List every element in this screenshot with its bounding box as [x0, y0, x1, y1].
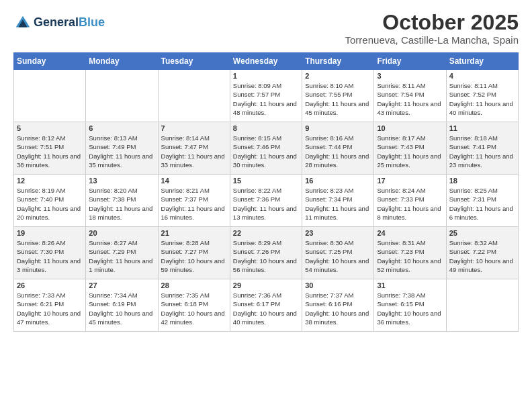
week-row-3: 12Sunrise: 8:19 AM Sunset: 7:40 PM Dayli… [14, 175, 519, 227]
day-number: 8 [233, 124, 299, 132]
day-cell: 10Sunrise: 8:17 AM Sunset: 7:43 PM Dayli… [374, 122, 446, 175]
day-cell: 26Sunrise: 7:33 AM Sunset: 6:21 PM Dayli… [14, 279, 86, 332]
day-number: 12 [17, 177, 83, 185]
day-cell: 15Sunrise: 8:22 AM Sunset: 7:36 PM Dayli… [230, 175, 302, 227]
day-number: 16 [305, 177, 371, 185]
week-row-1: 1Sunrise: 8:09 AM Sunset: 7:57 PM Daylig… [14, 70, 519, 122]
day-number: 1 [233, 72, 299, 80]
day-cell: 31Sunrise: 7:38 AM Sunset: 6:15 PM Dayli… [374, 279, 446, 332]
logo: GeneralBlue [13, 13, 105, 32]
day-cell: 11Sunrise: 8:18 AM Sunset: 7:41 PM Dayli… [446, 122, 518, 175]
day-info: Sunrise: 8:11 AM Sunset: 7:54 PM Dayligh… [377, 81, 443, 117]
day-cell: 13Sunrise: 8:20 AM Sunset: 7:38 PM Dayli… [86, 175, 158, 227]
weekday-header-wednesday: Wednesday [230, 53, 302, 70]
day-info: Sunrise: 8:23 AM Sunset: 7:34 PM Dayligh… [305, 186, 371, 222]
weekday-header-monday: Monday [86, 53, 158, 70]
day-number: 11 [449, 124, 515, 132]
weekday-header-saturday: Saturday [446, 53, 518, 70]
page: GeneralBlue October 2025 Torrenueva, Cas… [0, 0, 532, 411]
day-number: 30 [305, 281, 371, 289]
day-info: Sunrise: 8:24 AM Sunset: 7:33 PM Dayligh… [377, 186, 443, 222]
day-info: Sunrise: 8:13 AM Sunset: 7:49 PM Dayligh… [89, 134, 154, 169]
weekday-header-tuesday: Tuesday [158, 53, 230, 70]
day-info: Sunrise: 8:22 AM Sunset: 7:36 PM Dayligh… [233, 186, 299, 222]
day-number: 5 [17, 124, 83, 132]
day-info: Sunrise: 8:20 AM Sunset: 7:38 PM Dayligh… [89, 186, 154, 222]
day-cell: 25Sunrise: 8:32 AM Sunset: 7:22 PM Dayli… [446, 227, 518, 279]
month-title: October 2025 [345, 11, 519, 34]
day-number: 22 [233, 229, 299, 237]
day-cell [14, 70, 86, 122]
day-info: Sunrise: 8:10 AM Sunset: 7:55 PM Dayligh… [305, 81, 371, 117]
day-cell: 6Sunrise: 8:13 AM Sunset: 7:49 PM Daylig… [86, 122, 158, 175]
header-right: October 2025 Torrenueva, Castille-La Man… [345, 11, 519, 46]
day-info: Sunrise: 8:14 AM Sunset: 7:47 PM Dayligh… [161, 134, 227, 169]
day-info: Sunrise: 8:17 AM Sunset: 7:43 PM Dayligh… [377, 134, 443, 169]
day-info: Sunrise: 8:15 AM Sunset: 7:46 PM Dayligh… [233, 134, 299, 169]
day-cell: 28Sunrise: 7:35 AM Sunset: 6:18 PM Dayli… [158, 279, 230, 332]
day-cell: 9Sunrise: 8:16 AM Sunset: 7:44 PM Daylig… [302, 122, 374, 175]
day-cell: 5Sunrise: 8:12 AM Sunset: 7:51 PM Daylig… [14, 122, 86, 175]
day-cell: 12Sunrise: 8:19 AM Sunset: 7:40 PM Dayli… [14, 175, 86, 227]
day-info: Sunrise: 8:25 AM Sunset: 7:31 PM Dayligh… [449, 186, 515, 222]
day-number: 25 [449, 229, 515, 237]
day-number: 24 [377, 229, 443, 237]
day-cell: 18Sunrise: 8:25 AM Sunset: 7:31 PM Dayli… [446, 175, 518, 227]
day-cell: 4Sunrise: 8:11 AM Sunset: 7:52 PM Daylig… [446, 70, 518, 122]
day-info: Sunrise: 7:38 AM Sunset: 6:15 PM Dayligh… [377, 291, 443, 326]
logo-icon [13, 13, 32, 32]
day-info: Sunrise: 8:19 AM Sunset: 7:40 PM Dayligh… [17, 186, 83, 222]
day-info: Sunrise: 8:11 AM Sunset: 7:52 PM Dayligh… [449, 81, 515, 117]
day-info: Sunrise: 7:33 AM Sunset: 6:21 PM Dayligh… [17, 291, 83, 326]
day-number: 27 [89, 281, 154, 289]
location: Torrenueva, Castille-La Mancha, Spain [345, 34, 519, 46]
day-cell [158, 70, 230, 122]
day-info: Sunrise: 8:21 AM Sunset: 7:37 PM Dayligh… [161, 186, 227, 222]
day-number: 14 [161, 177, 227, 185]
day-cell: 17Sunrise: 8:24 AM Sunset: 7:33 PM Dayli… [374, 175, 446, 227]
day-info: Sunrise: 8:27 AM Sunset: 7:29 PM Dayligh… [89, 238, 154, 274]
day-number: 10 [377, 124, 443, 132]
day-number: 9 [305, 124, 371, 132]
day-cell: 19Sunrise: 8:26 AM Sunset: 7:30 PM Dayli… [14, 227, 86, 279]
day-cell: 16Sunrise: 8:23 AM Sunset: 7:34 PM Dayli… [302, 175, 374, 227]
day-info: Sunrise: 7:34 AM Sunset: 6:19 PM Dayligh… [89, 291, 154, 326]
day-cell: 20Sunrise: 8:27 AM Sunset: 7:29 PM Dayli… [86, 227, 158, 279]
day-info: Sunrise: 8:12 AM Sunset: 7:51 PM Dayligh… [17, 134, 83, 169]
calendar-table: SundayMondayTuesdayWednesdayThursdayFrid… [13, 52, 519, 332]
day-info: Sunrise: 8:32 AM Sunset: 7:22 PM Dayligh… [449, 238, 515, 274]
day-cell [86, 70, 158, 122]
day-number: 26 [17, 281, 83, 289]
header: GeneralBlue October 2025 Torrenueva, Cas… [13, 11, 519, 46]
week-row-4: 19Sunrise: 8:26 AM Sunset: 7:30 PM Dayli… [14, 227, 519, 279]
day-cell: 2Sunrise: 8:10 AM Sunset: 7:55 PM Daylig… [302, 70, 374, 122]
logo-text-general: GeneralBlue [34, 16, 105, 30]
day-info: Sunrise: 8:30 AM Sunset: 7:25 PM Dayligh… [305, 238, 371, 274]
week-row-2: 5Sunrise: 8:12 AM Sunset: 7:51 PM Daylig… [14, 122, 519, 175]
day-info: Sunrise: 8:26 AM Sunset: 7:30 PM Dayligh… [17, 238, 83, 274]
day-number: 20 [89, 229, 154, 237]
weekday-header-friday: Friday [374, 53, 446, 70]
day-number: 15 [233, 177, 299, 185]
weekday-header-thursday: Thursday [302, 53, 374, 70]
day-number: 3 [377, 72, 443, 80]
day-number: 29 [233, 281, 299, 289]
day-number: 17 [377, 177, 443, 185]
day-number: 7 [161, 124, 227, 132]
day-info: Sunrise: 8:16 AM Sunset: 7:44 PM Dayligh… [305, 134, 371, 169]
day-cell: 8Sunrise: 8:15 AM Sunset: 7:46 PM Daylig… [230, 122, 302, 175]
weekday-header-row: SundayMondayTuesdayWednesdayThursdayFrid… [14, 53, 519, 70]
day-number: 19 [17, 229, 83, 237]
day-cell: 7Sunrise: 8:14 AM Sunset: 7:47 PM Daylig… [158, 122, 230, 175]
day-cell: 29Sunrise: 7:36 AM Sunset: 6:17 PM Dayli… [230, 279, 302, 332]
day-cell: 24Sunrise: 8:31 AM Sunset: 7:23 PM Dayli… [374, 227, 446, 279]
day-info: Sunrise: 8:09 AM Sunset: 7:57 PM Dayligh… [233, 81, 299, 117]
day-number: 21 [161, 229, 227, 237]
day-cell [446, 279, 518, 332]
day-info: Sunrise: 7:36 AM Sunset: 6:17 PM Dayligh… [233, 291, 299, 326]
day-cell: 23Sunrise: 8:30 AM Sunset: 7:25 PM Dayli… [302, 227, 374, 279]
day-info: Sunrise: 7:35 AM Sunset: 6:18 PM Dayligh… [161, 291, 227, 326]
week-row-5: 26Sunrise: 7:33 AM Sunset: 6:21 PM Dayli… [14, 279, 519, 332]
day-info: Sunrise: 8:28 AM Sunset: 7:27 PM Dayligh… [161, 238, 227, 274]
day-number: 2 [305, 72, 371, 80]
